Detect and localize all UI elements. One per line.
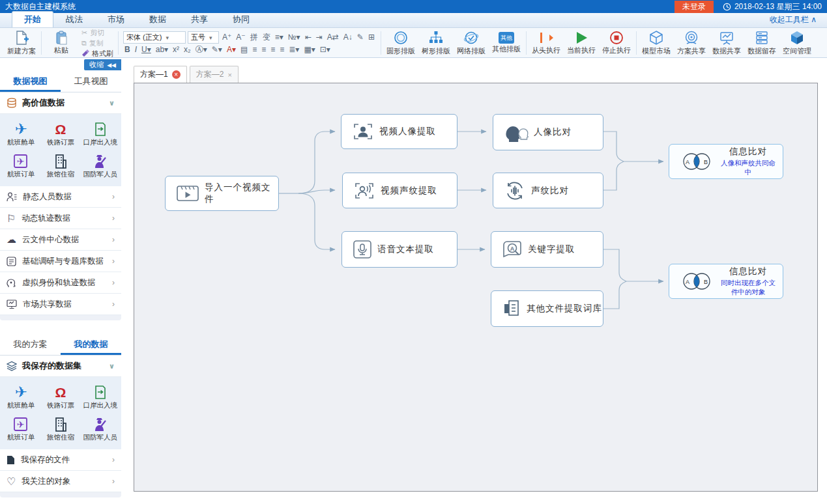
- strikethrough-icon[interactable]: ab▾: [154, 45, 169, 55]
- tab-data-view[interactable]: 数据视图: [0, 72, 61, 92]
- shading-icon[interactable]: ▦▾: [302, 45, 316, 55]
- close-tab-icon[interactable]: ×: [172, 70, 181, 79]
- dataset-flight-order[interactable]: ✈ 航班订单: [1, 149, 41, 181]
- dataset-flight-manifest[interactable]: ✈ 航班舱单: [1, 380, 41, 412]
- node-face-compare[interactable]: 人像比对: [493, 114, 603, 150]
- sidebar-item-dynamic-track[interactable]: ⚐ 动态轨迹数据 ›: [0, 208, 121, 229]
- copy-icon: ⧉: [81, 39, 87, 48]
- align-right-icon[interactable]: ≡: [269, 45, 276, 55]
- align-justify-icon[interactable]: ≡: [278, 45, 285, 55]
- saved-dataset-grid: ✈ 航班舱单 Ω 铁路订票 口岸出入境: [0, 377, 121, 449]
- space-mgmt-button[interactable]: 空间管理: [779, 29, 815, 57]
- data-retention-button[interactable]: 数据留存: [744, 29, 779, 57]
- sidebar-item-saved-files[interactable]: 我保存的文件 ›: [0, 449, 121, 471]
- plan-share-button[interactable]: 方案共享: [674, 29, 709, 57]
- outdent-icon[interactable]: ⇤: [304, 33, 313, 42]
- cut-button[interactable]: ✂ 剪切: [79, 28, 116, 38]
- dataset-rail-ticket[interactable]: Ω 铁路订票: [41, 380, 81, 412]
- menu-tab-data[interactable]: 数据: [137, 11, 179, 27]
- node-other-files-lexicon[interactable]: 其他文件提取词库: [491, 290, 603, 327]
- menu-tab-share[interactable]: 共享: [179, 11, 220, 27]
- dataset-military-personnel[interactable]: 国防军人员: [80, 412, 120, 444]
- collapse-toolbar-button[interactable]: 收起工具栏 ∧: [759, 12, 827, 27]
- section-high-value-data[interactable]: 高价值数据 ∨: [0, 92, 121, 114]
- node-video-face-extract[interactable]: 视频人像提取: [341, 114, 457, 149]
- other-layout-button[interactable]: 其他 其他排版: [489, 29, 524, 57]
- font-name-select[interactable]: 宋体 (正文) ▾: [123, 31, 186, 44]
- font-size-select[interactable]: 五号 ▾: [188, 31, 219, 44]
- numbering-icon[interactable]: №▾: [287, 33, 302, 42]
- dataset-flight-manifest[interactable]: ✈ 航班舱单: [1, 117, 41, 149]
- sidebar-collapse-button[interactable]: 收缩 ◀◀: [84, 59, 121, 70]
- grow-font-icon[interactable]: A⁺: [221, 33, 233, 42]
- tab-tool-view[interactable]: 工具视图: [61, 72, 121, 92]
- line-spacing-icon[interactable]: ≣▾: [287, 45, 300, 55]
- insert-table-icon[interactable]: ⊞: [367, 33, 376, 42]
- plan-tab-1[interactable]: 方案—1 ×: [134, 66, 187, 83]
- sort-icon[interactable]: A↓: [342, 33, 354, 42]
- char-shading-icon[interactable]: ▤: [239, 45, 249, 55]
- node-speech-text-extract[interactable]: 语音文本提取: [341, 231, 457, 268]
- data-share-button[interactable]: 数据共享: [709, 29, 744, 57]
- highlight-icon[interactable]: ✎▾: [210, 45, 224, 55]
- dataset-military-personnel[interactable]: 国防军人员: [80, 149, 120, 181]
- menu-tab-market[interactable]: 市场: [95, 11, 137, 27]
- align-center-icon[interactable]: ≡: [260, 45, 267, 55]
- underline-icon[interactable]: U▾: [140, 45, 152, 55]
- network-layout-button[interactable]: 网络排版: [454, 29, 489, 57]
- stop-run-button[interactable]: 停止执行: [599, 29, 634, 57]
- section-saved-datasets[interactable]: 我保存的数据集 ∨: [0, 356, 121, 377]
- dataset-hotel-stay[interactable]: 旅馆住宿: [41, 149, 81, 181]
- sidebar-item-cloud-file-center[interactable]: ☁ 云文件中心数据 ›: [0, 229, 121, 251]
- dataset-hotel-stay[interactable]: 旅馆住宿: [41, 412, 81, 444]
- shrink-font-icon[interactable]: A⁻: [235, 33, 246, 42]
- superscript-icon[interactable]: x²: [171, 45, 181, 55]
- align-left-icon[interactable]: ≡: [251, 45, 258, 55]
- indent-icon[interactable]: ⇥: [315, 33, 324, 42]
- close-tab-icon[interactable]: ×: [227, 71, 231, 79]
- tab-my-plans[interactable]: 我的方案: [0, 335, 61, 355]
- model-market-button[interactable]: 模型市场: [639, 29, 674, 57]
- copy-button[interactable]: ⧉ 复制: [79, 38, 116, 48]
- sidebar-item-basic-research[interactable]: 基础调研与专题库数据 ›: [0, 251, 121, 272]
- subscript-icon[interactable]: x₂: [182, 45, 192, 55]
- new-plan-button[interactable]: 新建方案: [4, 29, 39, 57]
- sidebar-item-static-personnel[interactable]: 静态人员数据 ›: [0, 186, 121, 208]
- char-border-icon[interactable]: Ⓐ▾: [194, 45, 209, 55]
- node-keyword-extract[interactable]: A 关键字提取: [491, 231, 603, 268]
- sidebar-item-followed-objects[interactable]: ♡ 我关注的对象 ›: [0, 471, 121, 492]
- menu-tab-start[interactable]: 开始: [12, 11, 53, 27]
- borders-icon[interactable]: ⊡▾: [319, 45, 332, 55]
- change-case-icon[interactable]: 变: [261, 33, 272, 42]
- node-import-video[interactable]: 导入一个视频文件: [165, 176, 279, 211]
- node-info-compare-2[interactable]: A B 信息比对 同时出现在多个文件中的对象: [669, 264, 783, 299]
- dataset-rail-ticket[interactable]: Ω 铁路订票: [41, 117, 81, 149]
- plan-tab-2[interactable]: 方案—2 ×: [190, 66, 239, 83]
- login-status-badge[interactable]: 未登录: [675, 1, 714, 13]
- char-spacing-icon[interactable]: A⇄: [326, 33, 340, 42]
- circle-layout-button[interactable]: 圆形排版: [383, 29, 418, 57]
- bullets-icon[interactable]: ≡▾: [274, 33, 285, 42]
- italic-icon[interactable]: I: [134, 45, 138, 55]
- phonetic-guide-icon[interactable]: 拼: [249, 33, 259, 42]
- menu-tab-collab[interactable]: 协同: [220, 11, 262, 27]
- run-current-button[interactable]: 当前执行: [564, 29, 599, 57]
- sidebar-item-market-shared-data[interactable]: 市场共享数据 ›: [0, 294, 121, 315]
- paste-button[interactable]: 粘贴: [44, 29, 79, 57]
- node-voice-compare[interactable]: 声纹比对: [493, 173, 603, 208]
- node-info-compare-1[interactable]: A B 信息比对 人像和声纹共同命中: [669, 144, 783, 179]
- dataset-border-entry-exit[interactable]: 口岸出入境: [80, 380, 120, 412]
- flow-canvas[interactable]: 导入一个视频文件 视频人像提取: [134, 83, 818, 492]
- node-video-voice-extract[interactable]: 视频声纹提取: [342, 173, 457, 208]
- bold-icon[interactable]: B: [123, 45, 132, 55]
- dataset-border-entry-exit[interactable]: 口岸出入境: [80, 117, 120, 149]
- tree-layout-button[interactable]: 树形排版: [418, 29, 454, 57]
- tab-my-data[interactable]: 我的数据: [61, 335, 121, 355]
- dataset-flight-order[interactable]: ✈ 航班订单: [1, 412, 41, 444]
- format-painter-button[interactable]: 格式刷: [79, 49, 116, 59]
- font-color-icon[interactable]: A▾: [225, 45, 237, 55]
- sidebar-item-virtual-identity[interactable]: 虚拟身份和轨迹数据 ›: [0, 272, 121, 294]
- show-marks-icon[interactable]: ✎: [356, 33, 365, 42]
- run-from-start-button[interactable]: 从头执行: [529, 29, 564, 57]
- menu-tab-tactics[interactable]: 战法: [53, 11, 95, 27]
